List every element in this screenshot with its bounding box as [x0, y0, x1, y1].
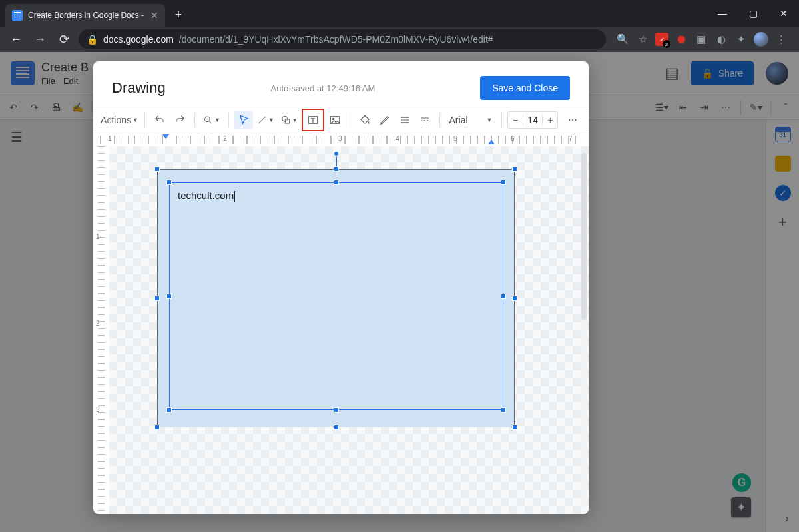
profile-avatar-icon[interactable]	[754, 32, 768, 47]
find-in-page-icon[interactable]: 🔍	[615, 32, 630, 47]
shape-tool-dropdown[interactable]: ▼	[278, 111, 300, 129]
font-size-stepper[interactable]: − 14 +	[507, 111, 558, 129]
window-maximize-button[interactable]: ▢	[738, 0, 768, 27]
tb-handle-se[interactable]	[501, 407, 506, 413]
drawing-dialog: Drawing Auto-saved at 12:49:16 AM Save a…	[93, 61, 589, 514]
border-weight-button[interactable]	[396, 111, 414, 129]
tab-close-icon[interactable]: ✕	[150, 10, 158, 21]
tb-handle-ne[interactable]	[501, 180, 506, 185]
drawing-title: Drawing	[112, 79, 166, 97]
svg-point-5	[332, 118, 334, 119]
resize-handle-w[interactable]	[154, 296, 160, 301]
autosave-status: Auto-saved at 12:49:16 AM	[271, 83, 376, 93]
zoom-dropdown[interactable]: ▼	[200, 111, 223, 129]
resize-handle-se[interactable]	[512, 425, 517, 430]
tb-handle-e[interactable]	[501, 294, 506, 299]
font-size-value[interactable]: 14	[523, 115, 543, 125]
tab-title: Create Borders in Google Docs -	[28, 11, 145, 20]
select-tool[interactable]	[234, 111, 253, 129]
nav-back-button[interactable]: ←	[7, 30, 25, 49]
tb-handle-sw[interactable]	[166, 407, 172, 413]
font-size-increase[interactable]: +	[543, 112, 557, 128]
redo-button[interactable]	[170, 111, 189, 129]
svg-point-1	[282, 116, 288, 121]
line-tool-dropdown[interactable]: ▼	[254, 111, 277, 129]
tb-handle-w[interactable]	[166, 294, 172, 299]
window-minimize-button[interactable]: ―	[707, 0, 738, 27]
horizontal-ruler[interactable]: 1 2 3 4 5 6 7	[93, 133, 589, 146]
text-box-tool-highlight	[302, 109, 324, 131]
fill-color-button[interactable]	[356, 111, 374, 129]
browser-titlebar: Create Borders in Google Docs - ✕ + ― ▢ …	[0, 0, 799, 27]
url-path: /document/d/1_9YUqHxlXvYmTrbsAcpfWD5-PM0…	[179, 34, 493, 45]
bookmark-star-icon[interactable]: ☆	[635, 32, 650, 47]
undo-button[interactable]	[150, 111, 169, 129]
save-and-close-button[interactable]: Save and Close	[480, 76, 570, 100]
canvas-scrollbar[interactable]	[581, 153, 587, 507]
tb-handle-n[interactable]	[334, 180, 339, 185]
omnibox[interactable]: 🔒 docs.google.com/document/d/1_9YUqHxlXv…	[79, 29, 606, 49]
text-caret	[234, 191, 235, 202]
window-close-button[interactable]: ✕	[768, 0, 799, 27]
border-dash-button[interactable]	[415, 111, 434, 129]
extension-todoist-icon[interactable]: ✓2	[655, 33, 668, 46]
font-size-decrease[interactable]: −	[508, 112, 522, 128]
extension-unknown-icon[interactable]: ◐	[714, 32, 728, 47]
font-family-dropdown[interactable]: Arial▼	[445, 115, 497, 125]
lock-icon: 🔒	[87, 34, 98, 45]
text-box-editing[interactable]: techcult.com	[169, 182, 503, 410]
image-tool[interactable]	[326, 111, 344, 129]
nav-reload-button[interactable]: ⟳	[55, 30, 73, 49]
extensions-puzzle-icon[interactable]: ✦	[734, 32, 748, 47]
docs-favicon-icon	[12, 10, 23, 21]
text-box-content[interactable]: techcult.com	[178, 190, 235, 202]
ruler-left-indent-icon[interactable]	[162, 134, 169, 139]
canvas-scroll-thumb[interactable]	[581, 153, 587, 320]
extension-adblock-icon[interactable]: ⬣	[674, 32, 688, 47]
resize-handle-e[interactable]	[512, 296, 517, 301]
border-color-button[interactable]	[376, 111, 394, 129]
extension-badge-count: 2	[663, 40, 670, 48]
browser-address-bar: ← → ⟳ 🔒 docs.google.com/document/d/1_9YU…	[0, 27, 799, 52]
window-controls: ― ▢ ✕	[707, 0, 799, 27]
url-host: docs.google.com	[103, 34, 174, 45]
nav-forward-button[interactable]: →	[31, 30, 49, 49]
resize-handle-ne[interactable]	[512, 166, 517, 172]
browser-tab[interactable]: Create Borders in Google Docs - ✕	[5, 4, 165, 27]
rotation-handle[interactable]	[334, 151, 339, 156]
extension-pip-icon[interactable]: ▣	[694, 32, 708, 47]
browser-menu-icon[interactable]: ⋮	[774, 32, 788, 47]
svg-point-0	[204, 117, 210, 122]
tb-handle-nw[interactable]	[166, 180, 172, 185]
resize-handle-sw[interactable]	[154, 425, 160, 430]
new-tab-button[interactable]: +	[169, 5, 188, 24]
resize-handle-n[interactable]	[334, 166, 339, 172]
vertical-ruler[interactable]: 1 2 3	[93, 146, 109, 514]
tb-handle-s[interactable]	[334, 407, 339, 413]
text-box-tool[interactable]	[304, 111, 322, 129]
more-tools-button[interactable]: ⋯	[563, 111, 582, 129]
drawing-canvas[interactable]: techcult.com	[109, 146, 589, 514]
ruler-right-indent-icon[interactable]	[488, 140, 495, 144]
resize-handle-s[interactable]	[334, 425, 339, 430]
resize-handle-nw[interactable]	[154, 166, 160, 172]
actions-dropdown[interactable]: Actions▼	[100, 111, 139, 129]
drawing-toolbar: Actions▼ ▼ ▼ ▼	[93, 107, 589, 133]
